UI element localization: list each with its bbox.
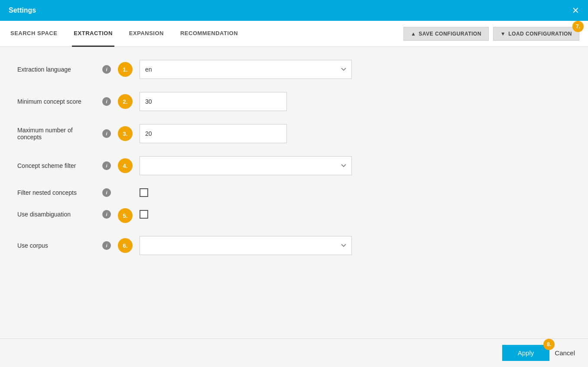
- load-config-badge: 7.: [572, 21, 584, 32]
- title-bar: Settings ✕: [0, 0, 588, 21]
- tab-extraction[interactable]: EXTRACTION: [72, 21, 114, 47]
- footer-badge: 8.: [543, 339, 555, 350]
- use-disambiguation-row: Use disambiguation i 5.: [17, 206, 148, 223]
- concept-scheme-filter-badge: 4.: [118, 158, 133, 173]
- filter-nested-concepts-label: Filter nested concepts: [17, 189, 95, 196]
- extraction-language-badge: 1.: [118, 62, 133, 77]
- use-corpus-label: Use corpus: [17, 242, 95, 249]
- tab-search-space[interactable]: SEARCH SPACE: [9, 21, 59, 47]
- checkbox-group-badge: 5.: [118, 208, 133, 223]
- concept-scheme-filter-select[interactable]: [140, 156, 352, 175]
- cancel-button[interactable]: Cancel: [555, 349, 575, 357]
- maximum-concepts-row: Maximum number of concepts i 3.: [17, 124, 571, 143]
- concept-scheme-filter-row: Concept scheme filter i 4.: [17, 156, 571, 175]
- apply-btn-wrapper: 8. Apply: [502, 345, 550, 361]
- modal-title: Settings: [9, 7, 36, 14]
- use-disambiguation-info-icon[interactable]: i: [102, 210, 111, 219]
- filter-nested-concepts-checkbox-wrapper: [140, 188, 148, 197]
- tab-actions: ▲ SAVE CONFIGURATION 7. ▼ LOAD CONFIGURA…: [403, 27, 579, 41]
- tabs: SEARCH SPACE EXTRACTION EXPANSION RECOMM…: [9, 21, 403, 47]
- close-button[interactable]: ✕: [572, 6, 579, 15]
- save-btn-wrapper: ▲ SAVE CONFIGURATION: [403, 27, 489, 41]
- minimum-concept-score-info-icon[interactable]: i: [102, 97, 111, 106]
- tab-expansion[interactable]: EXPANSION: [127, 21, 166, 47]
- filter-nested-concepts-row: Filter nested concepts i: [17, 188, 148, 197]
- maximum-concepts-input[interactable]: [140, 124, 287, 143]
- load-configuration-button[interactable]: ▼ LOAD CONFIGURATION: [493, 27, 579, 41]
- use-corpus-select[interactable]: [140, 236, 352, 255]
- minimum-concept-score-label: Minimum concept score: [17, 98, 95, 105]
- use-disambiguation-checkbox-wrapper: [140, 210, 148, 219]
- maximum-concepts-info-icon[interactable]: i: [102, 129, 111, 138]
- apply-button[interactable]: Apply: [502, 345, 550, 361]
- use-corpus-row: Use corpus i 6.: [17, 236, 571, 255]
- use-corpus-info-icon[interactable]: i: [102, 241, 111, 250]
- maximum-concepts-badge: 3.: [118, 126, 133, 141]
- use-disambiguation-checkbox[interactable]: [140, 210, 148, 219]
- footer: 8. Apply Cancel: [0, 338, 588, 367]
- filter-nested-concepts-info-icon[interactable]: i: [102, 188, 111, 197]
- load-icon: ▼: [500, 31, 506, 37]
- load-btn-wrapper: 7. ▼ LOAD CONFIGURATION: [493, 27, 579, 41]
- concept-scheme-filter-label: Concept scheme filter: [17, 162, 95, 169]
- save-icon: ▲: [411, 31, 416, 37]
- tab-recommendation[interactable]: RECOMMENDATION: [179, 21, 240, 47]
- tab-bar: SEARCH SPACE EXTRACTION EXPANSION RECOMM…: [0, 21, 588, 47]
- minimum-concept-score-input[interactable]: [140, 92, 287, 111]
- form-content: Extraction language i 1. en fr de es Min…: [0, 47, 588, 338]
- settings-modal: Settings ✕ SEARCH SPACE EXTRACTION EXPAN…: [0, 0, 588, 367]
- extraction-language-select[interactable]: en fr de es: [140, 60, 352, 79]
- concept-scheme-filter-info-icon[interactable]: i: [102, 161, 111, 170]
- checkbox-rows: Filter nested concepts i Use disambiguat…: [17, 188, 148, 223]
- extraction-language-label: Extraction language: [17, 66, 95, 73]
- use-disambiguation-label: Use disambiguation: [17, 211, 95, 218]
- save-configuration-button[interactable]: ▲ SAVE CONFIGURATION: [403, 27, 489, 41]
- maximum-concepts-label: Maximum number of concepts: [17, 127, 95, 141]
- minimum-concept-score-badge: 2.: [118, 94, 133, 109]
- use-corpus-badge: 6.: [118, 238, 133, 253]
- extraction-language-info-icon[interactable]: i: [102, 65, 111, 74]
- minimum-concept-score-row: Minimum concept score i 2.: [17, 92, 571, 111]
- checkbox-group-row: Filter nested concepts i Use disambiguat…: [17, 188, 571, 223]
- extraction-language-row: Extraction language i 1. en fr de es: [17, 60, 571, 79]
- filter-nested-concepts-checkbox[interactable]: [140, 188, 148, 197]
